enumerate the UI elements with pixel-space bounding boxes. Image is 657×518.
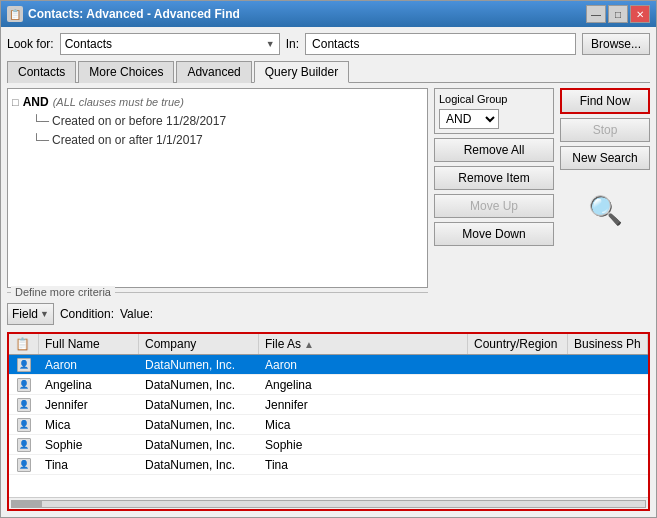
tab-more-choices[interactable]: More Choices [78, 61, 174, 83]
window-icon: 📋 [7, 6, 23, 22]
th-fileas[interactable]: File As ▲ [259, 334, 468, 354]
td-country [468, 443, 568, 447]
horizontal-scrollbar[interactable] [11, 500, 646, 508]
find-now-button[interactable]: Find Now [560, 88, 650, 114]
tree-item-1[interactable]: └─ Created on or after 1/1/2017 [12, 131, 423, 150]
look-for-value: Contacts [65, 37, 112, 51]
th-fullname[interactable]: Full Name [39, 334, 139, 354]
title-buttons: — □ ✕ [586, 5, 650, 23]
field-button[interactable]: Field ▼ [7, 303, 54, 325]
table-row[interactable]: 👤 Jennifer DataNumen, Inc. Jennifer [9, 395, 648, 415]
define-criteria-section: Define more criteria Field ▼ Condition: … [7, 292, 428, 327]
tab-advanced[interactable]: Advanced [176, 61, 251, 83]
browse-button[interactable]: Browse... [582, 33, 650, 55]
logical-group: Logical Group AND OR [434, 88, 554, 134]
td-country [468, 463, 568, 467]
logical-group-select[interactable]: AND OR [439, 109, 499, 129]
stop-button[interactable]: Stop [560, 118, 650, 142]
td-country [468, 363, 568, 367]
td-company: DataNumen, Inc. [139, 456, 259, 474]
td-icon: 👤 [9, 456, 39, 474]
maximize-button[interactable]: □ [608, 5, 628, 23]
td-country [468, 403, 568, 407]
td-fullname: Tina [39, 456, 139, 474]
table-row[interactable]: 👤 Sophie DataNumen, Inc. Sophie [9, 435, 648, 455]
logical-group-title: Logical Group [439, 93, 549, 105]
condition-label: Condition: [60, 307, 114, 321]
sort-arrow-icon: ▲ [304, 339, 314, 350]
query-panel: □ AND (ALL clauses must be true) └─ Crea… [7, 88, 428, 288]
look-for-arrow: ▼ [266, 39, 275, 49]
td-business [568, 383, 648, 387]
and-desc: (ALL clauses must be true) [53, 94, 184, 112]
look-for-select[interactable]: Contacts ▼ [60, 33, 280, 55]
icon-col-icon: 📋 [15, 337, 30, 351]
and-label: AND [23, 93, 49, 112]
contact-icon: 👤 [17, 438, 31, 452]
td-business [568, 443, 648, 447]
tree-item-0[interactable]: └─ Created on or before 11/28/2017 [12, 112, 423, 131]
look-for-row: Look for: Contacts ▼ In: Contacts Browse… [7, 33, 650, 55]
title-bar-left: 📋 Contacts: Advanced - Advanced Find [7, 6, 240, 22]
td-fileas: Tina [259, 456, 468, 474]
th-company[interactable]: Company [139, 334, 259, 354]
scrollbar-thumb [12, 501, 42, 507]
table-row[interactable]: 👤 Angelina DataNumen, Inc. Angelina [9, 375, 648, 395]
close-button[interactable]: ✕ [630, 5, 650, 23]
main-window: 📋 Contacts: Advanced - Advanced Find — □… [0, 0, 657, 518]
results-table: 📋 Full Name Company File As ▲ Country/Re… [7, 332, 650, 511]
table-header: 📋 Full Name Company File As ▲ Country/Re… [9, 334, 648, 355]
tab-contacts[interactable]: Contacts [7, 61, 76, 83]
minimize-button[interactable]: — [586, 5, 606, 23]
contact-icon: 👤 [17, 458, 31, 472]
td-country [468, 383, 568, 387]
table-body: 👤 Aaron DataNumen, Inc. Aaron 👤 Angelina… [9, 355, 648, 497]
td-fileas: Aaron [259, 356, 468, 374]
main-area: □ AND (ALL clauses must be true) └─ Crea… [7, 88, 650, 327]
far-right-panel: Find Now Stop New Search 🔍 [560, 88, 650, 327]
and-root: □ AND (ALL clauses must be true) [12, 93, 423, 112]
in-label: In: [286, 37, 299, 51]
tab-query-builder[interactable]: Query Builder [254, 61, 349, 83]
contact-icon: 👤 [17, 378, 31, 392]
remove-all-button[interactable]: Remove All [434, 138, 554, 162]
remove-item-button[interactable]: Remove Item [434, 166, 554, 190]
content-area: Look for: Contacts ▼ In: Contacts Browse… [1, 27, 656, 517]
td-company: DataNumen, Inc. [139, 356, 259, 374]
td-business [568, 463, 648, 467]
td-icon: 👤 [9, 356, 39, 374]
contact-icon: 👤 [17, 398, 31, 412]
td-fileas: Angelina [259, 376, 468, 394]
search-icon: 🔍 [560, 194, 650, 227]
td-fileas: Sophie [259, 436, 468, 454]
in-field: Contacts [305, 33, 576, 55]
contact-icon: 👤 [17, 418, 31, 432]
th-country[interactable]: Country/Region [468, 334, 568, 354]
field-dropdown-arrow: ▼ [40, 309, 49, 319]
table-row[interactable]: 👤 Mica DataNumen, Inc. Mica [9, 415, 648, 435]
look-for-label: Look for: [7, 37, 54, 51]
td-fileas: Jennifer [259, 396, 468, 414]
table-row[interactable]: 👤 Tina DataNumen, Inc. Tina [9, 455, 648, 475]
move-up-button[interactable]: Move Up [434, 194, 554, 218]
td-fullname: Angelina [39, 376, 139, 394]
logical-select: AND OR [439, 109, 549, 129]
move-down-button[interactable]: Move Down [434, 222, 554, 246]
query-tree: □ AND (ALL clauses must be true) └─ Crea… [12, 93, 423, 151]
table-row[interactable]: 👤 Aaron DataNumen, Inc. Aaron [9, 355, 648, 375]
horizontal-scrollbar-area [9, 497, 648, 509]
in-value: Contacts [312, 37, 359, 51]
td-company: DataNumen, Inc. [139, 396, 259, 414]
new-search-button[interactable]: New Search [560, 146, 650, 170]
td-business [568, 403, 648, 407]
td-icon: 👤 [9, 396, 39, 414]
th-business[interactable]: Business Ph [568, 334, 648, 354]
tabs-row: Contacts More Choices Advanced Query Bui… [7, 60, 650, 83]
td-company: DataNumen, Inc. [139, 436, 259, 454]
td-icon: 👤 [9, 376, 39, 394]
td-company: DataNumen, Inc. [139, 376, 259, 394]
td-fullname: Jennifer [39, 396, 139, 414]
define-criteria-label: Define more criteria [11, 286, 115, 298]
th-icon[interactable]: 📋 [9, 334, 39, 354]
td-business [568, 363, 648, 367]
